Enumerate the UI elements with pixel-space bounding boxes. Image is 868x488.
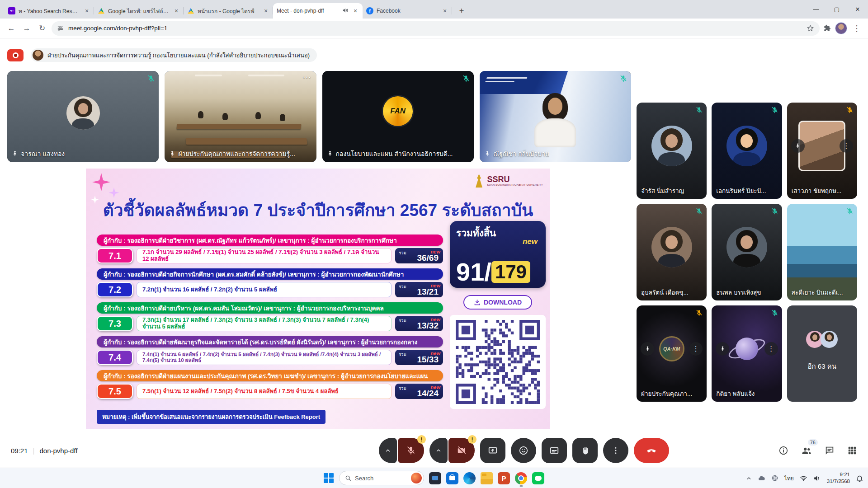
divider: | bbox=[33, 447, 35, 455]
tab-facebook[interactable]: f Facebook × bbox=[363, 3, 452, 19]
mic-toggle-button[interactable]: ! bbox=[398, 438, 424, 463]
tile-options-icon[interactable]: ⋮ bbox=[689, 342, 703, 356]
participant-tile[interactable]: ⋮ เสาวภา ชัยพฤกษ... bbox=[787, 103, 857, 199]
pin-icon[interactable] bbox=[641, 342, 654, 356]
mic-options-button[interactable] bbox=[379, 438, 397, 463]
indicator-detail: 7.3ก(1) จำนวน 17 ผลลัพธ์ / 7.3ก(2) จำนวน… bbox=[137, 316, 392, 331]
mic-off-icon bbox=[846, 207, 854, 217]
chat-panel-button[interactable] bbox=[825, 446, 835, 455]
tray-expand-icon[interactable] bbox=[746, 475, 752, 481]
back-button[interactable]: ← bbox=[5, 24, 17, 33]
participant-avatars bbox=[806, 331, 838, 349]
new-tab-button[interactable]: + bbox=[456, 5, 467, 17]
indicator-code: 7.3 bbox=[97, 316, 133, 331]
participant-count-badge: 76 bbox=[808, 439, 818, 446]
participant-tile[interactable]: QA·KM ⋮ ฝ่ายประกันคุณภา... bbox=[637, 305, 707, 402]
notification-bell-icon[interactable] bbox=[856, 474, 863, 482]
people-panel-button[interactable]: 76 bbox=[801, 445, 812, 456]
pin-icon[interactable] bbox=[716, 342, 729, 356]
start-button[interactable] bbox=[324, 473, 334, 483]
tab-title: ท - Yahoo Search Results bbox=[19, 7, 80, 15]
tray-time: 9:21 bbox=[827, 471, 850, 478]
address-bar[interactable]: meet.google.com/don-pvhp-dff?pli=1 bbox=[52, 21, 820, 36]
camera-options-button[interactable] bbox=[429, 438, 448, 463]
highlighted-total: 179 bbox=[491, 261, 530, 283]
reload-button[interactable]: ↻ bbox=[36, 23, 48, 33]
network-globe-icon[interactable] bbox=[771, 474, 778, 482]
participant-tile[interactable]: สะดีเยาะ บินมะดีเ... bbox=[787, 204, 857, 300]
participant-tile[interactable]: ธนพล บรรเทิงสุข bbox=[712, 204, 782, 300]
more-options-button[interactable] bbox=[603, 438, 628, 463]
indicator-group-7-4: ผู้กำกับ : รองอธิการบดีฝ่ายพัฒนาธุรกิจแล… bbox=[97, 336, 443, 365]
wifi-icon[interactable] bbox=[800, 474, 807, 482]
window-controls: — ▢ ✕ bbox=[806, 0, 868, 19]
stage-tile-4[interactable]: ณัฐณิชา กลิ่นบัวบาน bbox=[480, 71, 631, 162]
indicator-detail: 7.2ก(1) จำนวน 16 ผลลัพธ์ / 7.2ก(2) จำนวน… bbox=[137, 282, 392, 297]
edge-icon[interactable] bbox=[463, 472, 476, 484]
pin-icon[interactable] bbox=[791, 139, 805, 153]
end-call-button[interactable] bbox=[634, 438, 669, 463]
tab-close-icon[interactable]: × bbox=[83, 7, 90, 14]
overflow-participants-tile[interactable]: อีก 63 คน bbox=[787, 305, 857, 402]
tab-yahoo[interactable]: Y! ท - Yahoo Search Results × bbox=[5, 3, 94, 19]
supervisor-bar: ผู้กำกับ : รองอธิการบดีฝ่ายกิจการนักศึกษ… bbox=[97, 268, 443, 280]
shared-presentation[interactable]: SSRUSUAN SUNANDHA RAJABHAT UNIVERSITY ตั… bbox=[86, 169, 550, 429]
search-highlight-image[interactable] bbox=[411, 473, 422, 483]
participant-grid: จำรัส นิ่มสำราญ เอกนรินทร์ ปิยะปั... ⋮ เ… bbox=[637, 103, 857, 402]
microsoft-store-icon[interactable] bbox=[446, 472, 458, 484]
tab-title: Google ไดรฟ์: แชร์ไฟล์ต่างๆออนไลน์ได้... bbox=[108, 7, 170, 15]
tab-close-icon[interactable]: × bbox=[173, 7, 180, 14]
maximize-button[interactable]: ▢ bbox=[826, 0, 847, 19]
tile-options-icon[interactable]: ⋮ bbox=[764, 342, 778, 356]
tab-google-drive-home[interactable]: หน้าแรก - Google ไดรฟ์ × bbox=[184, 3, 273, 19]
stage-tile-3[interactable]: FAN กองนโยบายและแผน สำนักงานอธิการบดี... bbox=[322, 71, 474, 162]
camera-toggle-button[interactable]: ! bbox=[448, 438, 475, 463]
participant-tile[interactable]: เอกนรินทร์ ปิยะปั... bbox=[712, 103, 782, 199]
close-button[interactable]: ✕ bbox=[847, 0, 868, 19]
task-view-icon[interactable] bbox=[429, 472, 441, 484]
meeting-info: 09:21 | don-pvhp-dff bbox=[11, 447, 77, 455]
bookmark-star-icon[interactable] bbox=[807, 24, 814, 32]
volume-icon[interactable] bbox=[813, 474, 821, 482]
line-app-icon[interactable] bbox=[532, 472, 544, 484]
participant-tile[interactable]: อุบลรัตน์ เดือดขุ... bbox=[637, 204, 707, 300]
site-settings-icon[interactable] bbox=[57, 25, 64, 32]
raise-hand-button[interactable] bbox=[572, 438, 598, 463]
activities-button[interactable] bbox=[847, 446, 857, 455]
extensions-icon[interactable] bbox=[823, 24, 831, 33]
present-screen-button[interactable] bbox=[480, 438, 505, 463]
captions-button[interactable] bbox=[542, 438, 567, 463]
stage-tile-2[interactable]: ⋯ ฝ่ายประกันคุณภาพและการจัดการความรู้... bbox=[165, 71, 316, 162]
indicator-group-7-1: ผู้กำกับ : รองอธิการบดีฝ่ายวิชาการ (ผศ.ด… bbox=[97, 235, 443, 263]
taskbar-clock[interactable]: 9:21 31/7/2568 bbox=[827, 471, 850, 485]
mic-off-icon bbox=[695, 309, 703, 319]
tab-meet-active[interactable]: Meet - don-pvhp-dff × bbox=[273, 3, 363, 19]
minimize-button[interactable]: — bbox=[806, 0, 826, 19]
reactions-button[interactable] bbox=[511, 438, 536, 463]
language-indicator[interactable]: ไทย bbox=[784, 474, 794, 483]
participant-tile[interactable]: จำรัส นิ่มสำราญ bbox=[637, 103, 707, 199]
tab-close-icon[interactable]: × bbox=[262, 7, 269, 14]
meeting-details-button[interactable] bbox=[778, 446, 788, 455]
participant-tile[interactable]: ⋮ กิติยา พลับแจ้ง bbox=[712, 305, 782, 402]
tile-options-icon[interactable]: ⋯ bbox=[303, 72, 312, 82]
tab-audio-icon[interactable] bbox=[342, 7, 349, 15]
tab-close-icon[interactable]: × bbox=[441, 7, 448, 14]
taskbar-search[interactable]: Search bbox=[339, 471, 424, 485]
onedrive-icon[interactable] bbox=[758, 474, 765, 482]
camera-warning-badge: ! bbox=[468, 435, 476, 444]
download-button[interactable]: DOWNLOAD bbox=[463, 295, 532, 310]
tab-google-drive-share[interactable]: Google ไดรฟ์: แชร์ไฟล์ต่างๆออนไลน์ได้...… bbox=[94, 3, 184, 19]
url-text: meet.google.com/don-pvhp-dff?pli=1 bbox=[68, 25, 802, 32]
file-explorer-icon[interactable] bbox=[481, 472, 493, 484]
ssru-emblem-icon bbox=[474, 174, 484, 188]
browser-profile-avatar[interactable] bbox=[835, 22, 847, 34]
chrome-icon[interactable] bbox=[515, 472, 527, 484]
forward-button[interactable]: → bbox=[21, 24, 33, 33]
tile-options-icon[interactable]: ⋮ bbox=[840, 139, 853, 153]
tab-close-icon[interactable]: × bbox=[352, 7, 359, 14]
powerpoint-icon[interactable]: P bbox=[498, 472, 510, 484]
search-placeholder: Search bbox=[355, 475, 373, 482]
stage-tile-1[interactable]: จารณา แสงทอง bbox=[7, 71, 159, 162]
browser-menu-icon[interactable]: ⋮ bbox=[851, 23, 863, 33]
